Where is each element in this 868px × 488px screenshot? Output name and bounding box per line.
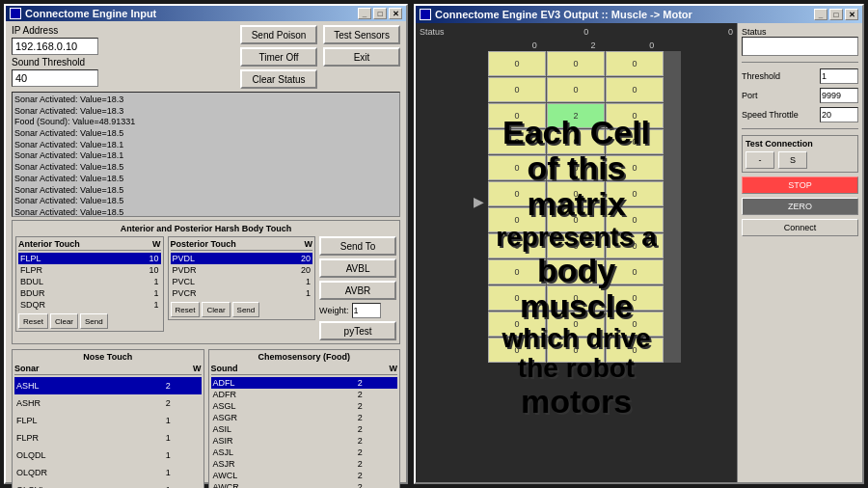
matrix-cell[interactable]: 0: [488, 155, 546, 180]
minimize-button[interactable]: _: [358, 8, 371, 19]
table-row[interactable]: AWCR2: [211, 481, 398, 488]
table-row[interactable]: ASJL2: [211, 447, 398, 458]
table-row[interactable]: OLQDR1: [14, 464, 202, 481]
matrix-cell[interactable]: 2: [547, 103, 605, 128]
weight-input[interactable]: [352, 303, 381, 318]
table-row[interactable]: ADFL2: [211, 377, 398, 389]
matrix-cell[interactable]: 0: [488, 181, 546, 206]
minus-button[interactable]: -: [746, 151, 774, 169]
matrix-cell[interactable]: 0: [488, 285, 546, 311]
matrix-cell[interactable]: 0: [488, 259, 546, 285]
table-row[interactable]: AWCL2: [211, 470, 398, 481]
right-close-button[interactable]: ✕: [845, 9, 858, 20]
matrix-cell[interactable]: 0: [488, 103, 546, 128]
avbr-button[interactable]: AVBR: [319, 281, 396, 300]
matrix-cell[interactable]: 0: [606, 233, 664, 258]
anterior-send-button[interactable]: Send: [80, 313, 108, 329]
table-row[interactable]: ASGL2: [211, 400, 398, 412]
matrix-cell[interactable]: 0: [547, 77, 605, 102]
threshold-input[interactable]: [12, 69, 98, 87]
matrix-cell[interactable]: 0: [606, 259, 664, 285]
matrix-cell[interactable]: 0: [547, 285, 605, 311]
speed-input[interactable]: [820, 107, 858, 122]
table-row[interactable]: ASHL2: [14, 377, 202, 394]
table-row[interactable]: SDQR1: [18, 299, 161, 311]
anterior-clear-button[interactable]: Clear: [50, 313, 78, 329]
matrix-cell[interactable]: 0: [488, 51, 546, 76]
stop-button[interactable]: STOP: [742, 176, 858, 194]
threshold-input[interactable]: [820, 68, 858, 84]
ip-input[interactable]: [12, 38, 98, 55]
table-row[interactable]: OLQDL1: [14, 447, 202, 464]
right-buttons-2: Test Sensors Exit: [323, 25, 400, 67]
table-row[interactable]: PVCL1: [171, 276, 313, 287]
matrix-cell[interactable]: 0: [606, 51, 664, 76]
clear-status-button[interactable]: Clear Status: [240, 69, 317, 89]
table-row[interactable]: ASIL2: [211, 423, 398, 435]
matrix-cell[interactable]: 0: [547, 181, 605, 206]
table-row[interactable]: ASHR2: [14, 394, 202, 412]
matrix-cell[interactable]: 0: [606, 103, 664, 128]
matrix-top-labels: 0 2 0: [505, 41, 681, 50]
matrix-cell[interactable]: 0: [606, 155, 664, 180]
matrix-nav-left[interactable]: ▶: [472, 41, 486, 363]
posterior-row-buttons: Reset Clear Send: [171, 302, 313, 317]
matrix-cell[interactable]: 0: [488, 129, 546, 154]
close-button[interactable]: ✕: [389, 8, 402, 19]
matrix-cell[interactable]: 0: [606, 338, 664, 363]
matrix-cell[interactable]: 0: [547, 207, 605, 232]
matrix-cell[interactable]: 0: [488, 338, 546, 363]
s-button[interactable]: S: [778, 151, 807, 169]
table-row[interactable]: FLPR1: [14, 429, 202, 447]
matrix-cell[interactable]: 0: [488, 207, 546, 232]
table-row[interactable]: PVDL20: [171, 253, 313, 264]
table-row[interactable]: PVDR20: [171, 264, 313, 276]
matrix-cell[interactable]: 0: [606, 285, 664, 311]
matrix-cell[interactable]: 0: [547, 259, 605, 285]
timer-off-button[interactable]: Timer Off: [240, 47, 317, 67]
table-row[interactable]: OLQVL1: [14, 481, 202, 488]
matrix-cell[interactable]: 0: [606, 77, 664, 102]
send-poison-button[interactable]: Send Poison: [240, 25, 317, 44]
connect-button[interactable]: Connect: [742, 219, 858, 236]
posterior-send-button[interactable]: Send: [232, 302, 260, 317]
send-to-button[interactable]: Send To: [319, 236, 396, 256]
exit-button[interactable]: Exit: [323, 47, 400, 67]
nose-touch-title: Nose Touch: [14, 352, 202, 362]
right-maximize-button[interactable]: □: [829, 9, 843, 20]
matrix-cell[interactable]: 0: [488, 77, 546, 102]
table-row[interactable]: BDUR1: [18, 287, 161, 299]
avbl-button[interactable]: AVBL: [319, 258, 396, 278]
table-row[interactable]: ADFR2: [211, 389, 398, 400]
matrix-cell[interactable]: 0: [547, 155, 605, 180]
port-input[interactable]: [820, 88, 858, 103]
table-row[interactable]: BDUL1: [18, 276, 161, 287]
table-row[interactable]: ASJR2: [211, 458, 398, 470]
matrix-cell[interactable]: 0: [547, 129, 605, 154]
table-row[interactable]: FLPR10: [18, 264, 161, 276]
table-row[interactable]: ASIR2: [211, 435, 398, 447]
matrix-cell[interactable]: 0: [606, 129, 664, 154]
matrix-cell[interactable]: 0: [547, 312, 605, 337]
matrix-cell[interactable]: 0: [606, 312, 664, 337]
table-row[interactable]: FLPL10: [18, 253, 161, 264]
table-row[interactable]: PVCR1: [171, 287, 313, 299]
posterior-w-label: W: [305, 239, 313, 249]
matrix-cell[interactable]: 0: [606, 207, 664, 232]
pytest-button[interactable]: pyTest: [319, 321, 396, 340]
posterior-clear-button[interactable]: Clear: [202, 302, 230, 317]
table-row[interactable]: ASGR2: [211, 412, 398, 423]
posterior-reset-button[interactable]: Reset: [171, 302, 201, 317]
table-row[interactable]: FLPL1: [14, 412, 202, 429]
matrix-cell[interactable]: 0: [606, 181, 664, 206]
zero-button[interactable]: ZERO: [742, 198, 858, 215]
right-minimize-button[interactable]: _: [814, 9, 827, 20]
matrix-cell[interactable]: 0: [547, 338, 605, 363]
test-sensors-button[interactable]: Test Sensors: [323, 25, 400, 44]
matrix-cell[interactable]: 0: [547, 51, 605, 76]
maximize-button[interactable]: □: [373, 8, 387, 19]
matrix-cell[interactable]: 0: [547, 233, 605, 258]
matrix-cell[interactable]: 0: [488, 312, 546, 337]
anterior-reset-button[interactable]: Reset: [18, 313, 48, 329]
matrix-cell[interactable]: 0: [488, 233, 546, 258]
